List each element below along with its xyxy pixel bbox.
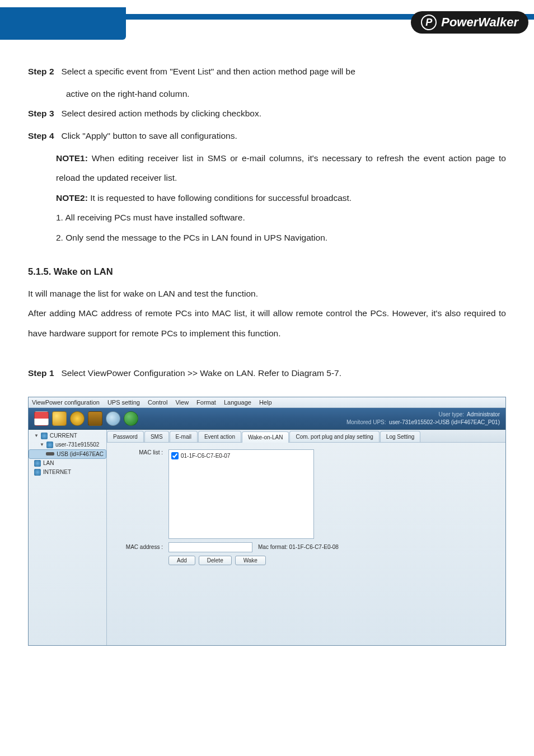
step-1-wol-text: Select ViewPower Configuration >> Wake o… [61, 368, 341, 378]
tree-lan[interactable]: LAN [29, 459, 106, 468]
mac-format-hint: Mac format: 01-1F-C6-C7-E0-08 [258, 544, 339, 550]
step-2-continued: active on the right-hand column. [28, 84, 506, 104]
user-info: User type: Administrator Monitored UPS: … [346, 411, 500, 426]
document-content: Step 2 Select a specific event from "Eve… [0, 45, 534, 397]
note-2: NOTE2: It is requested to have following… [28, 188, 506, 208]
toolbar-lock-icon[interactable] [88, 411, 102, 426]
pc-icon [46, 442, 53, 448]
mac-list-item[interactable]: 01-1F-C6-C7-E0-07 [171, 452, 311, 459]
tree-internet-label: INTERNET [43, 469, 71, 475]
tab-wake-on-lan[interactable]: Wake-on-LAN [242, 431, 289, 443]
toolbar-icon-1[interactable] [34, 411, 49, 426]
note-2-text: It is requested to have following condit… [88, 193, 352, 203]
tree-panel: ▼ CURRENT ▼ user-731e915502 USB (id=F467… [29, 430, 107, 645]
list-item-1: 1. All receiving PCs must have installed… [28, 208, 506, 228]
right-panel: Password SMS E-mail Event action Wake-on… [107, 430, 505, 645]
tab-log-setting[interactable]: Log Setting [380, 431, 421, 442]
tree-internet[interactable]: INTERNET [29, 468, 106, 477]
tab-content: MAC list : 01-1F-C6-C7-E0-07 MAC address… [107, 443, 505, 645]
menu-language[interactable]: Language [224, 399, 251, 406]
step-3-label: Step 3 [28, 109, 54, 118]
screen-icon [41, 433, 48, 439]
tab-password[interactable]: Password [107, 431, 144, 442]
note-1-label: NOTE1: [56, 153, 88, 163]
tab-email[interactable]: E-mail [170, 431, 198, 442]
step-2: Step 2 Select a specific event from "Eve… [28, 62, 506, 82]
app-body: ▼ CURRENT ▼ user-731e915502 USB (id=F467… [29, 430, 505, 645]
step-2-text-a: Select a specific event from "Event List… [61, 67, 355, 76]
menu-help[interactable]: Help [259, 399, 272, 406]
step-4-label: Step 4 [28, 131, 54, 140]
toolbar-globe-icon[interactable] [124, 411, 138, 426]
brand-logo-text: PowerWalker [441, 15, 518, 30]
monitored-ups-value: user-731e915502->USB (id=F467EAC_P01) [389, 419, 500, 425]
toolbar-settings-icon[interactable] [70, 411, 85, 426]
menu-format[interactable]: Format [196, 399, 216, 406]
menu-ups-setting[interactable]: UPS setting [107, 399, 140, 406]
mac-list-item-text: 01-1F-C6-C7-E0-07 [181, 453, 230, 459]
tab-bar: Password SMS E-mail Event action Wake-on… [107, 430, 505, 443]
section-para-1: It will manage the list for wake on LAN … [28, 284, 506, 304]
tab-com-port[interactable]: Com. port plug and play setting [289, 431, 379, 442]
toolbar-icons [34, 411, 138, 426]
menu-viewpower[interactable]: ViewPower configuration [32, 399, 100, 406]
usb-icon [46, 452, 54, 456]
delete-button[interactable]: Delete [199, 556, 232, 565]
brand-logo-icon: P [421, 15, 437, 30]
menu-view[interactable]: View [175, 399, 189, 406]
step-1-wol-label: Step 1 [28, 368, 54, 378]
chevron-down-icon: ▼ [34, 433, 39, 438]
tree-usb-selected[interactable]: USB (id=F467EAC [29, 449, 106, 459]
mac-address-label: MAC address : [118, 544, 163, 550]
app-window: ViewPower configuration UPS setting Cont… [28, 397, 506, 646]
page-header: P PowerWalker [0, 0, 534, 45]
step-4: Step 4 Click "Apply" button to save all … [28, 126, 506, 146]
toolbar: User type: Administrator Monitored UPS: … [29, 408, 505, 430]
step-3-text: Select desired action methods by clickin… [61, 109, 261, 118]
toolbar-icon-2[interactable] [52, 411, 67, 426]
chevron-down-icon: ▼ [40, 442, 44, 447]
menubar: ViewPower configuration UPS setting Cont… [29, 397, 505, 408]
tree-lan-label: LAN [43, 460, 54, 466]
section-para-2: After adding MAC address of remote PCs i… [28, 303, 506, 343]
list-item-2: 2. Only send the message to the PCs in L… [28, 228, 506, 248]
tree-current[interactable]: ▼ CURRENT [29, 431, 106, 440]
wake-button[interactable]: Wake [235, 556, 266, 565]
step-3: Step 3 Select desired action methods by … [28, 104, 506, 124]
tree-current-label: CURRENT [50, 433, 77, 439]
user-type-label: User type: [439, 411, 465, 417]
section-heading: 5.1.5. Wake on LAN [28, 261, 506, 283]
toolbar-search-icon[interactable] [106, 411, 120, 426]
tab-event-action[interactable]: Event action [198, 431, 241, 442]
menu-control[interactable]: Control [148, 399, 167, 406]
screen-icon [34, 469, 41, 476]
brand-logo: P PowerWalker [411, 11, 528, 34]
mac-listbox[interactable]: 01-1F-C6-C7-E0-07 [168, 449, 314, 539]
add-button[interactable]: Add [168, 556, 195, 565]
note-1: NOTE1: When editing receiver list in SMS… [28, 148, 506, 188]
monitored-ups-label: Monitored UPS: [346, 419, 386, 425]
tree-user[interactable]: ▼ user-731e915502 [29, 440, 106, 449]
tab-sms[interactable]: SMS [144, 431, 169, 442]
note-1-text: When editing receiver list in SMS or e-m… [56, 153, 506, 183]
mac-list-item-checkbox[interactable] [171, 452, 179, 459]
user-type-value: Administrator [467, 411, 500, 417]
app-screenshot: ViewPower configuration UPS setting Cont… [0, 397, 534, 646]
step-1-wol: Step 1 Select ViewPower Configuration >>… [28, 363, 506, 383]
step-4-text: Click "Apply" button to save all configu… [61, 131, 237, 140]
screen-icon [34, 460, 41, 467]
mac-address-input[interactable] [168, 542, 252, 552]
step-2-label: Step 2 [28, 67, 54, 76]
tree-user-label: user-731e915502 [55, 442, 99, 448]
note-2-label: NOTE2: [56, 193, 88, 203]
mac-list-label: MAC list : [118, 449, 163, 456]
tree-usb-label: USB (id=F467EAC [57, 451, 104, 457]
